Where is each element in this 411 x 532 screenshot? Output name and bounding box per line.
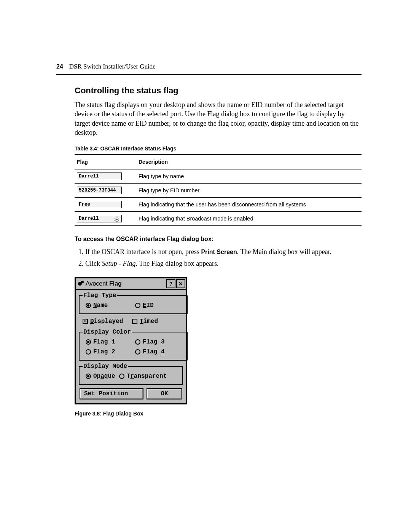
header-rule xyxy=(56,74,362,75)
page-number: 24 xyxy=(56,63,63,70)
radio-flag-4[interactable]: Flag 4 xyxy=(135,348,181,355)
table-row: Darrell Flag type by name xyxy=(75,169,362,184)
set-position-button[interactable]: Set Position xyxy=(80,388,143,399)
radio-opaque[interactable]: Opaque xyxy=(86,373,115,380)
status-flags-table: Flag Description Darrell Flag type by na… xyxy=(75,154,362,226)
avocent-logo-icon xyxy=(78,281,84,287)
table-header-flag: Flag xyxy=(75,155,136,169)
table-caption: Table 3.4: OSCAR Interface Status Flags xyxy=(75,145,362,152)
radio-icon xyxy=(86,374,91,379)
steps-list: If the OSCAR interface is not open, pres… xyxy=(75,247,362,268)
radio-icon xyxy=(86,349,91,355)
radio-flag-1[interactable]: Flag 1 xyxy=(86,339,131,345)
list-item: Click Setup - Flag. The Flag dialog box … xyxy=(85,259,362,268)
flag-desc: Flag indicating that the user has been d… xyxy=(136,198,362,212)
radio-transparent[interactable]: Transparent xyxy=(119,373,167,380)
page-header: 24 DSR Switch Installer/User Guide xyxy=(56,63,362,70)
flag-chip: Darrell xyxy=(77,173,122,180)
table-header-desc: Description xyxy=(136,155,362,169)
subsection-heading: To access the OSCAR interface Flag dialo… xyxy=(75,236,362,243)
menu-path: Setup - Flag xyxy=(102,260,136,267)
radio-icon xyxy=(135,349,140,355)
flag-chip: Free xyxy=(77,201,122,208)
close-button[interactable]: ✕ xyxy=(176,279,185,288)
flag-desc: Flag type by EID number xyxy=(136,184,362,198)
radio-eid[interactable]: EID xyxy=(135,302,181,309)
section-heading: Controlling the status flag xyxy=(75,86,362,96)
flag-type-group: Flag Type Name EID xyxy=(79,292,188,314)
radio-icon xyxy=(135,339,140,345)
display-color-group: Display Color Flag 1 Flag 3 Flag 2 Flag … xyxy=(79,329,188,361)
dialog-titlebar: Avocent Flag ? ✕ xyxy=(76,278,186,290)
guide-title: DSR Switch Installer/User Guide xyxy=(69,63,156,70)
help-button[interactable]: ? xyxy=(166,279,175,288)
checkbox-timed[interactable]: Timed xyxy=(132,318,178,325)
table-row: Darrell ›)) Flag indicating that Broadca… xyxy=(75,212,362,226)
intro-paragraph: The status flag displays on your desktop… xyxy=(75,100,362,137)
radio-icon xyxy=(86,303,91,308)
radio-icon xyxy=(119,374,124,379)
flag-type-legend: Flag Type xyxy=(83,292,117,299)
keyword-print-screen: Print Screen xyxy=(201,249,237,255)
display-color-legend: Display Color xyxy=(83,329,132,335)
radio-icon xyxy=(86,339,91,345)
radio-name[interactable]: Name xyxy=(86,302,131,309)
ok-button[interactable]: OK xyxy=(147,388,182,399)
figure-caption: Figure 3.8: Flag Dialog Box xyxy=(75,411,362,417)
list-item: If the OSCAR interface is not open, pres… xyxy=(85,247,362,257)
flag-chip: Darrell ›)) xyxy=(77,215,122,222)
radio-flag-2[interactable]: Flag 2 xyxy=(86,348,131,355)
flag-chip: 520255-73F344 xyxy=(77,187,122,194)
checkbox-icon: ✕ xyxy=(83,319,88,324)
display-mode-group: Display Mode Opaque Transparent xyxy=(79,363,183,385)
checkbox-displayed[interactable]: ✕Displayed xyxy=(83,318,128,325)
broadcast-icon: ›)) xyxy=(115,216,119,222)
display-mode-legend: Display Mode xyxy=(83,363,128,370)
dialog-title: Avocent Flag xyxy=(76,279,123,289)
radio-flag-3[interactable]: Flag 3 xyxy=(135,339,181,345)
checkbox-icon xyxy=(132,319,137,324)
table-row: 520255-73F344 Flag type by EID number xyxy=(75,184,362,198)
table-row: Free Flag indicating that the user has b… xyxy=(75,198,362,212)
radio-icon xyxy=(135,303,140,308)
flag-desc: Flag type by name xyxy=(136,169,362,184)
flag-desc: Flag indicating that Broadcast mode is e… xyxy=(136,212,362,226)
flag-dialog: Avocent Flag ? ✕ Flag Type Name EID ✕Dis… xyxy=(75,277,187,404)
